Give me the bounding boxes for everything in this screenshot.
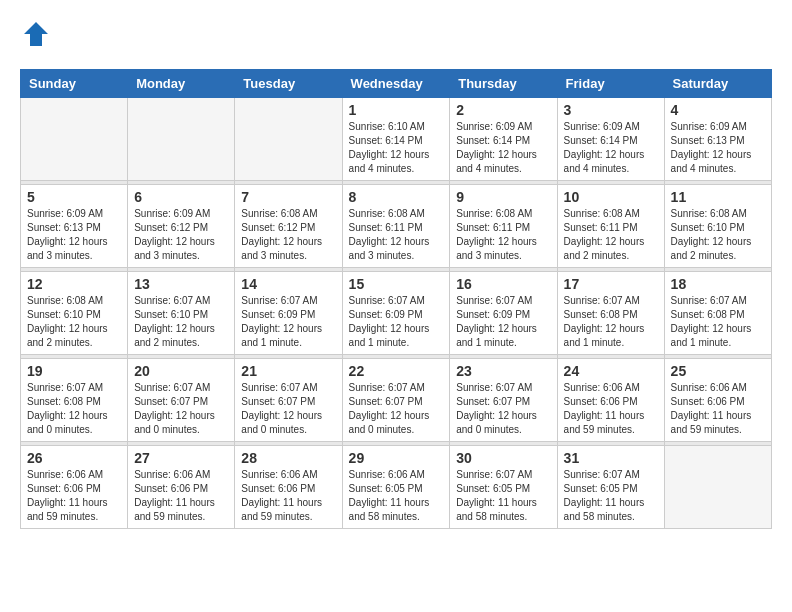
calendar-cell: 14Sunrise: 6:07 AM Sunset: 6:09 PM Dayli… bbox=[235, 272, 342, 355]
day-number: 23 bbox=[456, 363, 550, 379]
day-info: Sunrise: 6:09 AM Sunset: 6:14 PM Dayligh… bbox=[564, 120, 658, 176]
day-info: Sunrise: 6:07 AM Sunset: 6:07 PM Dayligh… bbox=[241, 381, 335, 437]
day-number: 8 bbox=[349, 189, 444, 205]
calendar-cell: 4Sunrise: 6:09 AM Sunset: 6:13 PM Daylig… bbox=[664, 98, 771, 181]
day-number: 1 bbox=[349, 102, 444, 118]
day-info: Sunrise: 6:08 AM Sunset: 6:10 PM Dayligh… bbox=[27, 294, 121, 350]
day-number: 24 bbox=[564, 363, 658, 379]
day-number: 14 bbox=[241, 276, 335, 292]
day-info: Sunrise: 6:06 AM Sunset: 6:06 PM Dayligh… bbox=[134, 468, 228, 524]
day-number: 16 bbox=[456, 276, 550, 292]
calendar-cell: 7Sunrise: 6:08 AM Sunset: 6:12 PM Daylig… bbox=[235, 185, 342, 268]
day-number: 10 bbox=[564, 189, 658, 205]
day-number: 29 bbox=[349, 450, 444, 466]
day-number: 2 bbox=[456, 102, 550, 118]
day-number: 31 bbox=[564, 450, 658, 466]
day-info: Sunrise: 6:08 AM Sunset: 6:12 PM Dayligh… bbox=[241, 207, 335, 263]
day-number: 4 bbox=[671, 102, 765, 118]
calendar-week-row: 5Sunrise: 6:09 AM Sunset: 6:13 PM Daylig… bbox=[21, 185, 772, 268]
day-number: 15 bbox=[349, 276, 444, 292]
calendar-cell: 17Sunrise: 6:07 AM Sunset: 6:08 PM Dayli… bbox=[557, 272, 664, 355]
calendar-cell bbox=[664, 446, 771, 529]
day-number: 30 bbox=[456, 450, 550, 466]
day-info: Sunrise: 6:06 AM Sunset: 6:06 PM Dayligh… bbox=[671, 381, 765, 437]
calendar-cell bbox=[128, 98, 235, 181]
header-tuesday: Tuesday bbox=[235, 70, 342, 98]
day-info: Sunrise: 6:09 AM Sunset: 6:13 PM Dayligh… bbox=[27, 207, 121, 263]
day-number: 17 bbox=[564, 276, 658, 292]
day-number: 9 bbox=[456, 189, 550, 205]
day-number: 28 bbox=[241, 450, 335, 466]
page-header bbox=[20, 20, 772, 53]
day-number: 6 bbox=[134, 189, 228, 205]
header-thursday: Thursday bbox=[450, 70, 557, 98]
calendar-cell: 18Sunrise: 6:07 AM Sunset: 6:08 PM Dayli… bbox=[664, 272, 771, 355]
calendar-cell bbox=[235, 98, 342, 181]
calendar-cell: 19Sunrise: 6:07 AM Sunset: 6:08 PM Dayli… bbox=[21, 359, 128, 442]
calendar-cell: 20Sunrise: 6:07 AM Sunset: 6:07 PM Dayli… bbox=[128, 359, 235, 442]
logo-text bbox=[20, 20, 50, 53]
calendar-cell: 9Sunrise: 6:08 AM Sunset: 6:11 PM Daylig… bbox=[450, 185, 557, 268]
calendar-cell: 25Sunrise: 6:06 AM Sunset: 6:06 PM Dayli… bbox=[664, 359, 771, 442]
day-info: Sunrise: 6:07 AM Sunset: 6:09 PM Dayligh… bbox=[241, 294, 335, 350]
day-info: Sunrise: 6:07 AM Sunset: 6:05 PM Dayligh… bbox=[564, 468, 658, 524]
day-info: Sunrise: 6:06 AM Sunset: 6:06 PM Dayligh… bbox=[27, 468, 121, 524]
day-number: 11 bbox=[671, 189, 765, 205]
calendar-header-row: Sunday Monday Tuesday Wednesday Thursday… bbox=[21, 70, 772, 98]
header-monday: Monday bbox=[128, 70, 235, 98]
day-info: Sunrise: 6:08 AM Sunset: 6:11 PM Dayligh… bbox=[349, 207, 444, 263]
day-info: Sunrise: 6:06 AM Sunset: 6:06 PM Dayligh… bbox=[564, 381, 658, 437]
day-number: 13 bbox=[134, 276, 228, 292]
day-info: Sunrise: 6:09 AM Sunset: 6:13 PM Dayligh… bbox=[671, 120, 765, 176]
calendar-cell: 11Sunrise: 6:08 AM Sunset: 6:10 PM Dayli… bbox=[664, 185, 771, 268]
calendar-cell: 6Sunrise: 6:09 AM Sunset: 6:12 PM Daylig… bbox=[128, 185, 235, 268]
day-info: Sunrise: 6:06 AM Sunset: 6:05 PM Dayligh… bbox=[349, 468, 444, 524]
calendar-cell: 3Sunrise: 6:09 AM Sunset: 6:14 PM Daylig… bbox=[557, 98, 664, 181]
calendar-cell: 15Sunrise: 6:07 AM Sunset: 6:09 PM Dayli… bbox=[342, 272, 450, 355]
day-info: Sunrise: 6:07 AM Sunset: 6:08 PM Dayligh… bbox=[564, 294, 658, 350]
day-info: Sunrise: 6:08 AM Sunset: 6:10 PM Dayligh… bbox=[671, 207, 765, 263]
day-info: Sunrise: 6:06 AM Sunset: 6:06 PM Dayligh… bbox=[241, 468, 335, 524]
day-number: 3 bbox=[564, 102, 658, 118]
day-info: Sunrise: 6:07 AM Sunset: 6:09 PM Dayligh… bbox=[349, 294, 444, 350]
day-number: 19 bbox=[27, 363, 121, 379]
calendar-cell: 29Sunrise: 6:06 AM Sunset: 6:05 PM Dayli… bbox=[342, 446, 450, 529]
calendar-cell bbox=[21, 98, 128, 181]
calendar-table: Sunday Monday Tuesday Wednesday Thursday… bbox=[20, 69, 772, 529]
calendar-cell: 8Sunrise: 6:08 AM Sunset: 6:11 PM Daylig… bbox=[342, 185, 450, 268]
calendar-cell: 2Sunrise: 6:09 AM Sunset: 6:14 PM Daylig… bbox=[450, 98, 557, 181]
calendar-cell: 21Sunrise: 6:07 AM Sunset: 6:07 PM Dayli… bbox=[235, 359, 342, 442]
header-saturday: Saturday bbox=[664, 70, 771, 98]
day-number: 5 bbox=[27, 189, 121, 205]
calendar-week-row: 12Sunrise: 6:08 AM Sunset: 6:10 PM Dayli… bbox=[21, 272, 772, 355]
day-number: 18 bbox=[671, 276, 765, 292]
day-info: Sunrise: 6:08 AM Sunset: 6:11 PM Dayligh… bbox=[564, 207, 658, 263]
day-info: Sunrise: 6:07 AM Sunset: 6:09 PM Dayligh… bbox=[456, 294, 550, 350]
day-info: Sunrise: 6:10 AM Sunset: 6:14 PM Dayligh… bbox=[349, 120, 444, 176]
header-friday: Friday bbox=[557, 70, 664, 98]
logo-icon bbox=[22, 20, 50, 48]
calendar-cell: 12Sunrise: 6:08 AM Sunset: 6:10 PM Dayli… bbox=[21, 272, 128, 355]
day-number: 27 bbox=[134, 450, 228, 466]
day-info: Sunrise: 6:07 AM Sunset: 6:07 PM Dayligh… bbox=[456, 381, 550, 437]
day-info: Sunrise: 6:07 AM Sunset: 6:08 PM Dayligh… bbox=[671, 294, 765, 350]
calendar-cell: 24Sunrise: 6:06 AM Sunset: 6:06 PM Dayli… bbox=[557, 359, 664, 442]
svg-marker-0 bbox=[24, 22, 48, 46]
day-info: Sunrise: 6:07 AM Sunset: 6:08 PM Dayligh… bbox=[27, 381, 121, 437]
day-number: 20 bbox=[134, 363, 228, 379]
calendar-cell: 31Sunrise: 6:07 AM Sunset: 6:05 PM Dayli… bbox=[557, 446, 664, 529]
day-info: Sunrise: 6:07 AM Sunset: 6:07 PM Dayligh… bbox=[134, 381, 228, 437]
calendar-cell: 5Sunrise: 6:09 AM Sunset: 6:13 PM Daylig… bbox=[21, 185, 128, 268]
day-number: 22 bbox=[349, 363, 444, 379]
calendar-cell: 16Sunrise: 6:07 AM Sunset: 6:09 PM Dayli… bbox=[450, 272, 557, 355]
day-number: 21 bbox=[241, 363, 335, 379]
calendar-week-row: 1Sunrise: 6:10 AM Sunset: 6:14 PM Daylig… bbox=[21, 98, 772, 181]
day-info: Sunrise: 6:07 AM Sunset: 6:05 PM Dayligh… bbox=[456, 468, 550, 524]
header-sunday: Sunday bbox=[21, 70, 128, 98]
calendar-cell: 1Sunrise: 6:10 AM Sunset: 6:14 PM Daylig… bbox=[342, 98, 450, 181]
calendar-week-row: 19Sunrise: 6:07 AM Sunset: 6:08 PM Dayli… bbox=[21, 359, 772, 442]
calendar-cell: 22Sunrise: 6:07 AM Sunset: 6:07 PM Dayli… bbox=[342, 359, 450, 442]
calendar-cell: 28Sunrise: 6:06 AM Sunset: 6:06 PM Dayli… bbox=[235, 446, 342, 529]
header-wednesday: Wednesday bbox=[342, 70, 450, 98]
calendar-cell: 23Sunrise: 6:07 AM Sunset: 6:07 PM Dayli… bbox=[450, 359, 557, 442]
